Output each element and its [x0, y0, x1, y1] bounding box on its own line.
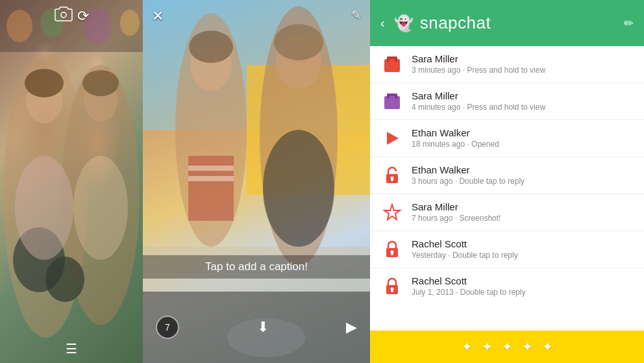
ghost-icon: 👻: [394, 14, 414, 32]
svg-point-3: [45, 257, 84, 302]
inbox-sender-name: Sara Miller: [412, 90, 634, 103]
inbox-sender-name: Sara Miller: [412, 201, 634, 214]
timer-badge: 7: [156, 316, 179, 339]
svg-marker-36: [387, 132, 399, 145]
back-arrow-icon[interactable]: ‹: [380, 16, 385, 31]
svg-rect-46: [391, 289, 393, 292]
inbox-item-info: Ethan Walker 18 minutes ago · Opened: [412, 127, 634, 149]
svg-rect-32: [390, 59, 395, 62]
inbox-item-time: 18 minutes ago · Opened: [412, 140, 634, 150]
inbox-item[interactable]: Sara Miller 4 minutes ago · Press and ho…: [370, 83, 644, 120]
inbox-item[interactable]: Rachel Scott Yesterday · Double tap to r…: [370, 231, 644, 268]
svg-marker-40: [384, 205, 400, 219]
svg-rect-35: [390, 96, 395, 99]
inbox-sender-name: Rachel Scott: [412, 238, 634, 251]
camera-icon[interactable]: ⟳: [54, 6, 89, 26]
star-icon-4: ✦: [522, 339, 533, 355]
snap-type-icon: [380, 127, 404, 150]
snapchat-header: ‹ 👻 snapchat ✏: [370, 0, 644, 46]
left-panel: ⟳ ☰: [0, 0, 143, 363]
close-button[interactable]: ✕: [152, 8, 164, 25]
mid-panel-bottom-bar: 7 ⬇ ▶: [143, 292, 370, 363]
star-icon-3: ✦: [502, 339, 513, 355]
menu-icon[interactable]: ☰: [66, 341, 77, 357]
star-icon-2: ✦: [482, 339, 493, 355]
star-icon-1: ✦: [462, 339, 473, 355]
inbox-item-info: Rachel Scott Yesterday · Double tap to r…: [412, 238, 634, 260]
inbox-item-info: Sara Miller 3 minutes ago · Press and ho…: [412, 53, 634, 75]
inbox-sender-name: Rachel Scott: [412, 275, 634, 288]
inbox-item-time: 3 hours ago · Double tap to reply: [412, 177, 634, 187]
svg-rect-39: [391, 178, 393, 181]
left-photo-art: [0, 0, 143, 363]
mid-panel: ✕ ✎ Tap to add a caption! 7 ⬇ ▶: [143, 0, 370, 363]
inbox-sender-name: Ethan Walker: [412, 127, 634, 140]
snap-type-icon: [380, 275, 404, 298]
send-button[interactable]: ▶: [346, 319, 357, 336]
inbox-item-info: Sara Miller 4 minutes ago · Press and ho…: [412, 90, 634, 112]
snap-type-icon: [380, 90, 404, 113]
app-title: snapchat: [420, 13, 491, 33]
svg-rect-23: [188, 166, 234, 171]
svg-point-27: [274, 24, 323, 60]
inbox-item[interactable]: Rachel Scott July 1, 2013 · Double tap t…: [370, 268, 644, 305]
inbox-item-time: 4 minutes ago · Press and hold to view: [412, 103, 634, 113]
snapchat-inbox-panel: ‹ 👻 snapchat ✏ Sara Miller 3 minutes ago…: [370, 0, 644, 363]
svg-point-21: [189, 31, 233, 63]
inbox-item[interactable]: Sara Miller 3 minutes ago · Press and ho…: [370, 46, 644, 83]
snap-type-icon: [380, 53, 404, 76]
inbox-item-info: Ethan Walker 3 hours ago · Double tap to…: [412, 164, 634, 186]
svg-point-5: [6, 10, 32, 42]
snap-type-icon: [380, 238, 404, 261]
inbox-sender-name: Ethan Walker: [412, 164, 634, 177]
inbox-item[interactable]: Sara Miller 7 hours ago · Screenshot!: [370, 194, 644, 231]
inbox-item-info: Rachel Scott July 1, 2013 · Double tap t…: [412, 275, 634, 297]
svg-rect-24: [188, 176, 234, 181]
svg-point-12: [82, 70, 119, 96]
svg-point-14: [73, 156, 128, 260]
svg-point-15: [61, 12, 66, 18]
inbox-item-time: July 1, 2013 · Double tap to reply: [412, 288, 634, 298]
inbox-item-time: 7 hours ago · Screenshot!: [412, 214, 634, 224]
svg-point-8: [120, 10, 140, 36]
inbox-item-time: 3 minutes ago · Press and hold to view: [412, 66, 634, 76]
inbox-item[interactable]: Ethan Walker 18 minutes ago · Opened: [370, 120, 644, 157]
svg-rect-43: [391, 252, 393, 255]
star-icon-5: ✦: [542, 339, 553, 355]
inbox-item-info: Sara Miller 7 hours ago · Screenshot!: [412, 201, 634, 223]
caption-text[interactable]: Tap to add a caption!: [143, 255, 370, 279]
edit-icon[interactable]: ✎: [351, 8, 361, 22]
inbox-list: Sara Miller 3 minutes ago · Press and ho…: [370, 46, 644, 331]
compose-icon[interactable]: ✏: [624, 16, 634, 31]
snap-type-icon: [380, 164, 404, 187]
download-button[interactable]: ⬇: [257, 319, 269, 336]
inbox-item[interactable]: Ethan Walker 3 hours ago · Double tap to…: [370, 157, 644, 194]
svg-point-13: [15, 156, 73, 260]
inbox-sender-name: Sara Miller: [412, 53, 634, 66]
snap-type-icon: [380, 201, 404, 224]
svg-point-28: [263, 130, 334, 247]
inbox-item-time: Yesterday · Double tap to reply: [412, 251, 634, 261]
svg-point-11: [25, 69, 64, 97]
yellow-bottom-bar: ✦ ✦ ✦ ✦ ✦: [370, 331, 644, 363]
